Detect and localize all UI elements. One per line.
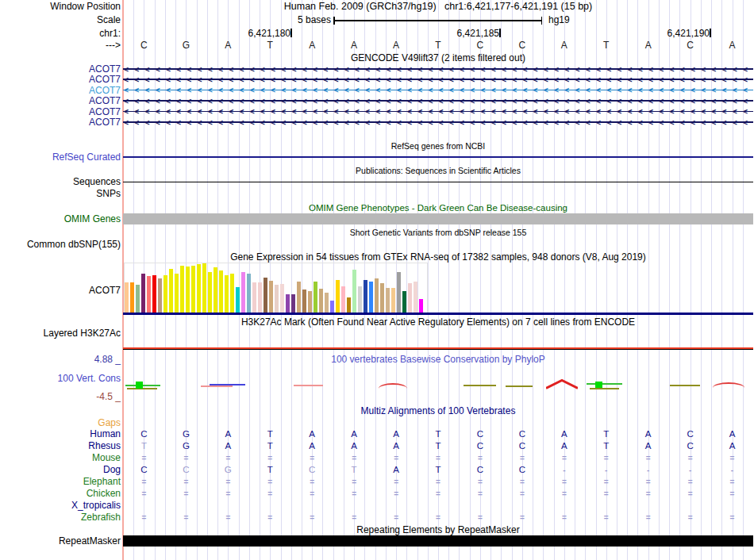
gtex-tissue-bar[interactable] <box>130 282 134 313</box>
alignment-base: C <box>477 465 483 474</box>
gtex-tissue-bar[interactable] <box>197 264 201 313</box>
species-label-x_tropicalis[interactable]: X_tropicalis <box>71 500 121 511</box>
gtex-tissue-bar[interactable] <box>186 267 190 313</box>
gtex-tissue-bar[interactable] <box>264 278 267 313</box>
gtex-tissue-bar[interactable] <box>386 288 390 313</box>
gtex-tissue-bar[interactable] <box>325 293 329 313</box>
common-dbsnp-label[interactable]: Common dbSNP(155) <box>27 239 121 250</box>
gencode-transcript-arrows[interactable]: <<<<<<<<<<<<<<<<<<<<<<<<<<<<<<<<<<<<<<<<… <box>123 117 753 128</box>
species-label-elephant[interactable]: Elephant <box>83 476 121 487</box>
gtex-tissue-bar[interactable] <box>180 266 184 313</box>
gtex-tissue-bar[interactable] <box>291 294 295 313</box>
gtex-tissue-bar[interactable] <box>280 284 284 313</box>
gtex-tissue-bar[interactable] <box>147 276 151 313</box>
gencode-transcript-label[interactable]: ACOT7 <box>89 106 121 117</box>
gtex-tissue-bar[interactable] <box>152 275 156 313</box>
gencode-transcript-arrows[interactable]: <<<<<<<<<<<<<<<<<<<<<<<<<<<<<<<<<<<<<<<<… <box>123 96 753 106</box>
scale-bar-left-tick <box>333 17 335 25</box>
species-label-gaps[interactable]: Gaps <box>98 417 121 428</box>
gtex-tissue-bar[interactable] <box>236 287 240 313</box>
sequences-item[interactable] <box>123 182 753 182</box>
gtex-tissue-bar[interactable] <box>169 269 173 313</box>
refseq-curated-item[interactable] <box>123 156 753 158</box>
gtex-tissue-bar[interactable] <box>286 294 290 313</box>
gencode-transcript-label[interactable]: ACOT7 <box>89 63 121 75</box>
gtex-tissue-bar[interactable] <box>414 282 417 313</box>
gtex-tissue-bar[interactable] <box>258 282 262 313</box>
gencode-transcript-arrows[interactable]: <<<<<<<<<<<<<<<<<<<<<<<<<<<<<<<<<<<<<<<<… <box>123 85 753 95</box>
alignment-symbol: = <box>562 513 567 522</box>
reference-base: T <box>267 40 273 51</box>
gtex-tissue-bar[interactable] <box>419 299 423 313</box>
gtex-tissue-bar[interactable] <box>136 285 140 313</box>
gtex-tissue-bar[interactable] <box>297 282 301 313</box>
alignment-base: T <box>435 465 440 474</box>
gtex-expression-bars[interactable] <box>125 263 426 313</box>
gtex-tissue-bar[interactable] <box>191 266 195 313</box>
gtex-tissue-bar[interactable] <box>208 272 212 313</box>
gtex-tissue-bar[interactable] <box>225 275 229 313</box>
gtex-tissue-bar[interactable] <box>158 278 162 313</box>
gtex-tissue-bar[interactable] <box>275 285 279 313</box>
alignment-base: T <box>435 441 440 451</box>
phylop-track-label[interactable]: 100 Vert. Cons <box>58 373 121 384</box>
omim-genes-bar[interactable] <box>123 213 753 224</box>
gtex-tissue-bar[interactable] <box>364 280 367 313</box>
repeatmasker-label[interactable]: RepeatMasker <box>59 535 121 547</box>
omim-genes-label[interactable]: OMIM Genes <box>64 213 121 224</box>
alignment-base: C <box>140 465 147 474</box>
gtex-tissue-bar[interactable] <box>163 275 167 313</box>
species-label-dog[interactable]: Dog <box>103 464 121 475</box>
gtex-tissue-bar[interactable] <box>302 290 306 313</box>
gencode-transcript-arrows[interactable]: <<<<<<<<<<<<<<<<<<<<<<<<<<<<<<<<<<<<<<<<… <box>123 106 753 117</box>
gencode-transcript-arrows[interactable]: <<<<<<<<<<<<<<<<<<<<<<<<<<<<<<<<<<<<<<<<… <box>123 75 753 85</box>
gtex-tissue-bar[interactable] <box>219 270 223 313</box>
alignment-base: T <box>267 429 273 439</box>
gtex-tissue-bar[interactable] <box>308 291 312 313</box>
gtex-gene-label[interactable]: ACOT7 <box>89 285 121 296</box>
species-label-rhesus[interactable]: Rhesus <box>88 440 121 451</box>
repeatmasker-element-bar[interactable] <box>123 535 753 547</box>
gtex-tissue-bar[interactable] <box>330 301 334 313</box>
gtex-tissue-bar[interactable] <box>175 274 179 313</box>
gencode-transcript-arrows[interactable]: <<<<<<<<<<<<<<<<<<<<<<<<<<<<<<<<<<<<<<<<… <box>123 64 753 75</box>
gtex-tissue-bar[interactable] <box>380 283 384 313</box>
sequences-label[interactable]: Sequences <box>73 176 121 187</box>
gtex-tissue-bar[interactable] <box>352 270 356 313</box>
gtex-tissue-bar[interactable] <box>202 263 206 313</box>
gencode-transcript-label[interactable]: ACOT7 <box>89 85 121 96</box>
gtex-tissue-bar[interactable] <box>336 280 340 313</box>
gencode-transcript-label[interactable]: ACOT7 <box>89 117 121 128</box>
gtex-tissue-bar[interactable] <box>269 281 273 313</box>
layered-h3k27ac-label[interactable]: Layered H3K27Ac <box>44 328 121 339</box>
gtex-tissue-bar[interactable] <box>252 282 256 313</box>
gtex-tissue-bar[interactable] <box>369 282 373 313</box>
gtex-tissue-bar[interactable] <box>241 272 245 313</box>
gtex-tissue-bar[interactable] <box>319 289 323 313</box>
gtex-tissue-bar[interactable] <box>375 278 379 313</box>
species-label-mouse[interactable]: Mouse <box>92 452 121 463</box>
gtex-tissue-bar[interactable] <box>391 288 395 313</box>
gtex-tissue-bar[interactable] <box>347 297 351 313</box>
gencode-transcript-label[interactable]: ACOT7 <box>89 95 121 106</box>
gtex-tissue-bar[interactable] <box>408 283 412 313</box>
gtex-tissue-bar[interactable] <box>125 282 129 313</box>
species-label-chicken[interactable]: Chicken <box>87 488 121 499</box>
gtex-tissue-bar[interactable] <box>358 286 362 313</box>
gtex-tissue-bar[interactable] <box>141 274 145 313</box>
gtex-tissue-bar[interactable] <box>230 274 234 313</box>
snps-label[interactable]: SNPs <box>96 188 121 199</box>
alignment-symbol: = <box>267 478 272 486</box>
species-label-zebrafish[interactable]: Zebrafish <box>81 512 121 523</box>
refseq-curated-label[interactable]: RefSeq Curated <box>52 152 121 163</box>
species-label-human[interactable]: Human <box>90 428 121 439</box>
gencode-transcript-label[interactable]: ACOT7 <box>89 74 121 85</box>
phylop-green-square <box>136 382 143 389</box>
gtex-tissue-bar[interactable] <box>341 286 345 313</box>
gtex-tissue-bar[interactable] <box>397 272 401 313</box>
gtex-tissue-bar[interactable] <box>247 274 251 313</box>
gtex-tissue-bar[interactable] <box>314 282 317 313</box>
alignment-base: A <box>561 441 567 451</box>
gtex-tissue-bar[interactable] <box>214 267 217 313</box>
gtex-tissue-bar[interactable] <box>402 291 406 313</box>
